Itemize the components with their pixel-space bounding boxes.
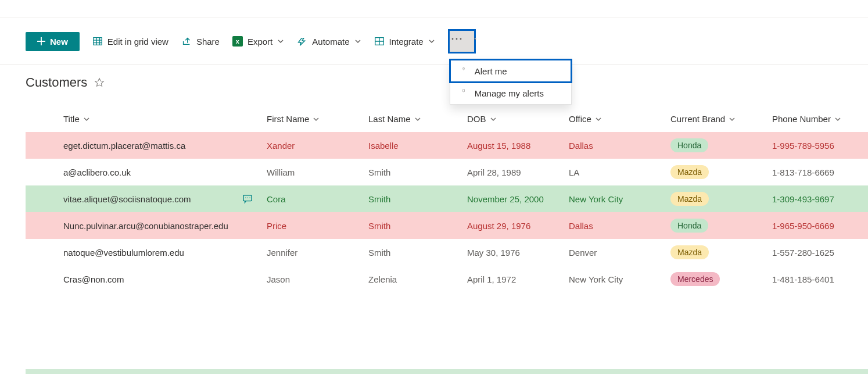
column-office[interactable]: Office	[569, 108, 670, 130]
cell-brand: Mazda	[670, 240, 772, 265]
integrate-label: Integrate	[389, 37, 424, 47]
edit-grid-label: Edit in grid view	[107, 37, 168, 47]
cell-dob: August 29, 1976	[467, 215, 569, 237]
chevron-down-icon	[595, 116, 602, 123]
cell-brand: Mercedes	[670, 266, 772, 292]
brand-pill: Mazda	[670, 245, 709, 259]
table-row[interactable]: eget.dictum.placerat@mattis.caXanderIsab…	[26, 132, 868, 159]
brand-pill: Honda	[670, 138, 708, 152]
cell-title: a@aclibero.co.uk	[63, 167, 131, 177]
data-grid: Title First Name Last Name DOB Office Cu…	[26, 105, 868, 292]
cell-phone: 1-557-280-1625	[772, 242, 868, 263]
cell-last-name: Smith	[368, 188, 467, 210]
chevron-down-icon	[428, 38, 435, 45]
menu-manage-alerts[interactable]: Manage my alerts	[450, 82, 571, 104]
share-button[interactable]: Share	[181, 36, 220, 47]
menu-alert-me-label: Alert me	[475, 66, 507, 76]
cell-office: Dallas	[569, 135, 670, 156]
header-row: Title First Name Last Name DOB Office Cu…	[26, 105, 868, 132]
cell-phone: 1-965-950-6669	[772, 215, 868, 237]
cell-dob: May 30, 1976	[467, 242, 569, 263]
menu-manage-alerts-label: Manage my alerts	[475, 88, 544, 98]
cell-title: Nunc.pulvinar.arcu@conubianostraper.edu	[63, 221, 228, 231]
command-bar: New Edit in grid view Share x Export Aut…	[0, 17, 868, 65]
brand-pill: Mazda	[670, 165, 709, 179]
edit-grid-button[interactable]: Edit in grid view	[92, 36, 168, 47]
cell-office: New York City	[569, 269, 670, 290]
cell-brand: Honda	[670, 213, 772, 238]
export-label: Export	[248, 37, 272, 47]
star-outline-icon[interactable]	[94, 77, 105, 88]
chevron-down-icon	[83, 116, 90, 123]
column-dob[interactable]: DOB	[467, 108, 569, 130]
svg-rect-0	[94, 38, 102, 45]
column-last-name[interactable]: Last Name	[368, 108, 467, 130]
content: Customers Title First Name Last Name DOB…	[0, 65, 868, 292]
column-phone[interactable]: Phone Number	[772, 108, 868, 130]
table-row[interactable]: a@aclibero.co.ukWilliamSmithApril 28, 19…	[26, 159, 868, 185]
cell-last-name: Zelenia	[368, 269, 467, 290]
column-brand[interactable]: Current Brand	[670, 108, 772, 130]
cell-office: LA	[569, 162, 670, 183]
new-button-label: New	[50, 37, 68, 47]
chevron-down-icon	[414, 116, 421, 123]
cell-brand: Honda	[670, 133, 772, 158]
table-row[interactable]: Nunc.pulvinar.arcu@conubianostraper.eduP…	[26, 212, 868, 239]
cell-first-name: Price	[267, 215, 368, 237]
new-button[interactable]: New	[26, 32, 80, 51]
chevron-down-icon	[277, 38, 284, 45]
cell-dob: August 15, 1988	[467, 135, 569, 156]
cell-title: natoque@vestibulumlorem.edu	[63, 248, 184, 258]
cell-dob: April 1, 1972	[467, 269, 569, 290]
cell-last-name: Smith	[368, 215, 467, 237]
cell-first-name: Cora	[267, 188, 368, 210]
cell-title: eget.dictum.placerat@mattis.ca	[63, 141, 185, 151]
svg-point-4	[460, 38, 461, 40]
share-label: Share	[196, 37, 220, 47]
column-first-name[interactable]: First Name	[267, 108, 368, 130]
automate-label: Automate	[312, 37, 349, 47]
cell-office: Dallas	[569, 215, 670, 237]
bottom-accent	[26, 369, 868, 374]
cell-brand: Mazda	[670, 159, 772, 185]
overflow-menu: Alert me Manage my alerts	[450, 59, 572, 105]
chevron-down-icon	[354, 38, 361, 45]
integrate-button[interactable]: Integrate	[374, 36, 435, 47]
cell-phone: 1-309-493-9697	[772, 188, 868, 210]
plus-icon	[37, 37, 45, 45]
bell-icon	[458, 66, 469, 76]
list-title-row: Customers	[26, 72, 868, 105]
cell-title: vitae.aliquet@sociisnatoque.com	[63, 194, 191, 204]
cell-title: Cras@non.com	[63, 274, 124, 284]
note-icon	[458, 88, 469, 98]
cell-office: New York City	[569, 188, 670, 210]
cell-phone: 1-995-789-5956	[772, 135, 868, 156]
brand-pill: Mercedes	[670, 272, 720, 286]
cell-brand: Mazda	[670, 186, 772, 212]
menu-alert-me[interactable]: Alert me	[450, 60, 571, 82]
cell-phone: 1-481-185-6401	[772, 269, 868, 290]
cell-first-name: Xander	[267, 135, 368, 156]
cell-phone: 1-813-718-6669	[772, 162, 868, 183]
table-row[interactable]: vitae.aliquet@sociisnatoque.comCoraSmith…	[26, 185, 868, 212]
cell-first-name: Jason	[267, 269, 368, 290]
table-row[interactable]: Cras@non.comJasonZeleniaApril 1, 1972New…	[26, 266, 868, 292]
list-title: Customers	[26, 75, 87, 90]
brand-pill: Mazda	[670, 192, 709, 206]
comment-icon	[242, 194, 253, 204]
chevron-down-icon	[729, 116, 736, 123]
chevron-down-icon	[313, 116, 320, 123]
table-row[interactable]: natoque@vestibulumlorem.eduJenniferSmith…	[26, 239, 868, 266]
automate-icon	[297, 36, 307, 47]
excel-icon: x	[232, 36, 243, 47]
more-actions-button[interactable]: Alert me Manage my alerts	[448, 29, 476, 53]
cell-office: Denver	[569, 242, 670, 263]
column-title[interactable]: Title	[63, 108, 267, 130]
automate-button[interactable]: Automate	[297, 36, 361, 47]
svg-point-2	[451, 38, 453, 40]
cell-first-name: Jennifer	[267, 242, 368, 263]
more-icon	[451, 37, 462, 41]
export-button[interactable]: x Export	[232, 36, 284, 47]
integrate-icon	[374, 36, 385, 47]
chevron-down-icon	[490, 116, 497, 123]
